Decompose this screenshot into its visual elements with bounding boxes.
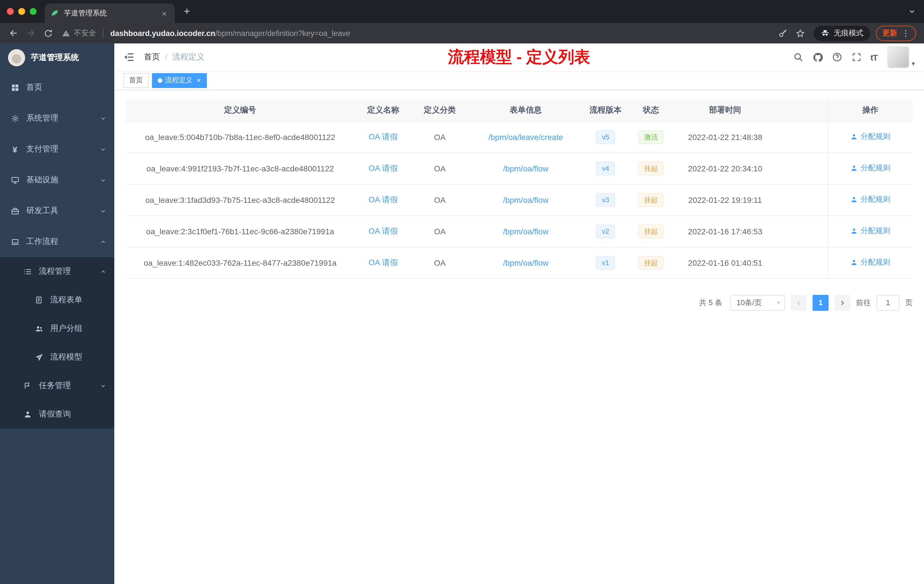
- chevron-down-icon: [100, 177, 106, 183]
- column-header-deploy-time: 部署时间: [675, 99, 776, 121]
- user-menu[interactable]: ▾: [888, 46, 915, 68]
- site-security-indicator[interactable]: 不安全: [62, 28, 96, 38]
- close-window-button[interactable]: [7, 8, 14, 15]
- sidebar-item-workflow[interactable]: 工作流程: [0, 226, 114, 257]
- definition-id: oa_leave:3:1fad3d93-7b75-11ec-a3c8-acde4…: [126, 184, 355, 215]
- assign-rule-link[interactable]: 分配规则: [850, 257, 890, 268]
- column-header-form: 表单信息: [468, 99, 584, 121]
- gear-icon: [10, 114, 20, 123]
- version-badge: v1: [596, 256, 615, 269]
- new-tab-button[interactable]: +: [178, 3, 195, 20]
- tag-close-icon[interactable]: ×: [196, 77, 201, 84]
- column-header-name: 定义名称: [355, 99, 412, 121]
- fullscreen-icon[interactable]: [851, 51, 863, 63]
- chevron-down-icon: [100, 146, 106, 152]
- next-page-button[interactable]: [834, 295, 850, 310]
- chevron-down-icon: ▾: [777, 299, 780, 306]
- goto-label: 前往: [856, 297, 871, 308]
- deploy-time: 2022-01-22 21:48:38: [675, 121, 776, 153]
- assign-rule-link[interactable]: 分配规则: [850, 132, 890, 142]
- assign-rule-link[interactable]: 分配规则: [850, 163, 890, 173]
- goto-page-input[interactable]: [876, 295, 899, 310]
- form-link[interactable]: /bpm/oa/flow: [503, 226, 549, 236]
- browser-tab[interactable]: 芋道管理系统 ×: [45, 3, 175, 23]
- status-badge: 挂起: [639, 193, 664, 206]
- avatar[interactable]: [888, 46, 909, 68]
- sidebar-item-process-management[interactable]: 流程管理: [0, 257, 114, 286]
- sidebar-item-label: 支付管理: [26, 144, 58, 154]
- font-size-icon[interactable]: tT: [871, 52, 878, 62]
- status-badge: 挂起: [639, 256, 664, 269]
- password-key-icon[interactable]: [775, 25, 791, 41]
- reload-button[interactable]: [40, 25, 56, 41]
- sidebar-item-payment-management[interactable]: ¥ 支付管理: [0, 134, 114, 165]
- sidebar-item-dev-tools[interactable]: 研发工具: [0, 195, 114, 226]
- version-badge: v4: [596, 162, 615, 175]
- forward-button[interactable]: [23, 25, 39, 41]
- minimize-window-button[interactable]: [18, 8, 25, 15]
- deploy-time: 2022-01-22 20:34:10: [675, 153, 776, 184]
- dashboard-icon: [10, 83, 20, 92]
- bookmark-star-icon[interactable]: [792, 25, 808, 41]
- assign-rule-link[interactable]: 分配规则: [850, 195, 890, 205]
- search-icon[interactable]: [793, 51, 804, 63]
- status-badge: 激活: [639, 130, 664, 144]
- chevron-up-icon: [100, 268, 106, 275]
- sidebar-item-process-form[interactable]: 流程表单: [0, 286, 114, 314]
- sidebar-item-process-model[interactable]: 流程模型: [0, 343, 114, 371]
- browser-update-menu-button[interactable]: 更新 ⋮: [876, 25, 916, 41]
- assign-rule-link[interactable]: 分配规则: [850, 226, 890, 236]
- main-area: 首页 / 流程定义 流程模型 - 定义列表: [114, 43, 924, 584]
- form-link[interactable]: /bpm/oa/flow: [503, 258, 549, 267]
- table-filler: [776, 215, 828, 247]
- sidebar-toggle-button[interactable]: [124, 51, 135, 63]
- sidebar-item-label: 基础设施: [26, 175, 58, 185]
- table-filler: [776, 247, 828, 278]
- navbar-actions: tT ▾: [793, 46, 915, 68]
- definition-category: OA: [412, 215, 468, 247]
- tab-close-icon[interactable]: ×: [159, 8, 169, 18]
- browser-toolbar: 不安全 dashboard.yudao.iocoder.cn/bpm/manag…: [0, 23, 924, 43]
- sidebar: 芋道管理系统 首页 系统管理 ¥ 支付管理: [0, 43, 114, 584]
- tab-favicon-icon: [50, 8, 59, 18]
- sidebar-item-label: 首页: [26, 82, 42, 92]
- table-row: oa_leave:4:991f2193-7b7f-11ec-a3c8-acde4…: [126, 153, 912, 184]
- sidebar-item-home[interactable]: 首页: [0, 72, 114, 103]
- active-dot-icon: [158, 78, 162, 82]
- form-link[interactable]: /bpm/oa/flow: [503, 195, 549, 204]
- sidebar-item-label: 任务管理: [39, 381, 71, 391]
- form-link[interactable]: /bpm/oa/flow: [503, 164, 549, 173]
- definition-name-link[interactable]: OA 请假: [369, 257, 398, 267]
- sidebar-item-leave-query[interactable]: 请假查询: [0, 400, 114, 429]
- form-link[interactable]: /bpm/oa/leave/create: [488, 132, 563, 142]
- breadcrumb-home-link[interactable]: 首页: [144, 52, 160, 62]
- sidebar-item-task-management[interactable]: 任务管理: [0, 371, 114, 400]
- prev-page-button[interactable]: [791, 295, 807, 310]
- page-size-select[interactable]: 10条/页 ▾: [730, 295, 785, 310]
- help-icon[interactable]: [832, 51, 843, 63]
- url-domain: dashboard.yudao.iocoder.cn: [110, 29, 215, 38]
- column-header-actions: 操作: [828, 99, 912, 121]
- definition-category: OA: [412, 121, 468, 153]
- back-button[interactable]: [6, 25, 22, 41]
- sidebar-item-user-group[interactable]: 用户分组: [0, 314, 114, 343]
- zoom-window-button[interactable]: [30, 8, 36, 15]
- definition-name-link[interactable]: OA 请假: [369, 195, 398, 204]
- tag-home[interactable]: 首页: [124, 73, 148, 88]
- definition-name-link[interactable]: OA 请假: [369, 163, 398, 172]
- sidebar-item-infrastructure[interactable]: 基础设施: [0, 165, 114, 195]
- sidebar-logo[interactable]: 芋道管理系统: [0, 43, 114, 72]
- definition-name-link[interactable]: OA 请假: [369, 226, 398, 235]
- definition-name-link[interactable]: OA 请假: [369, 132, 398, 141]
- goto-unit: 页: [905, 297, 912, 308]
- sidebar-item-system-management[interactable]: 系统管理: [0, 103, 114, 134]
- url-bar[interactable]: dashboard.yudao.iocoder.cn/bpm/manager/d…: [110, 29, 774, 38]
- security-label: 不安全: [74, 28, 96, 38]
- sidebar-item-label: 流程模型: [50, 352, 82, 362]
- url-path: /bpm/manager/definition?key=oa_leave: [215, 29, 350, 38]
- page-number-button[interactable]: 1: [813, 295, 828, 310]
- github-icon[interactable]: [812, 51, 824, 63]
- tag-process-definition[interactable]: 流程定义 ×: [152, 73, 206, 88]
- tab-search-chevron-icon[interactable]: [908, 7, 924, 15]
- table-row: oa_leave:1:482ec033-762a-11ec-8477-a2380…: [126, 247, 912, 278]
